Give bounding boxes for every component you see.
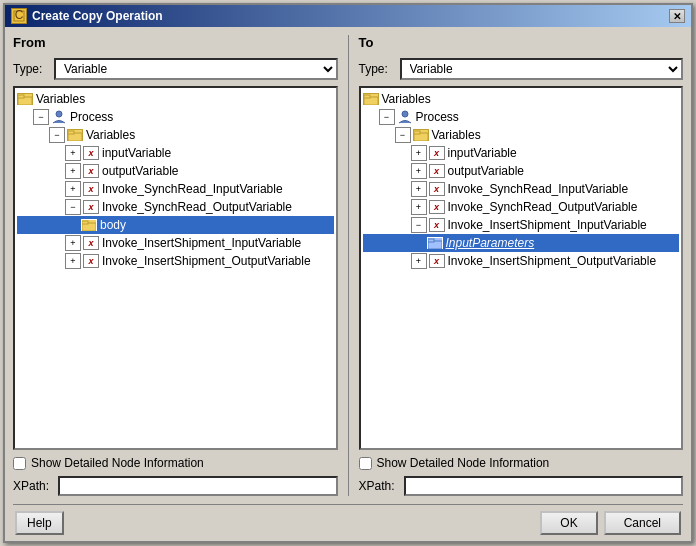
- expand-icon[interactable]: −: [49, 127, 65, 143]
- expand-icon[interactable]: −: [33, 109, 49, 125]
- from-xpath-input[interactable]: [58, 476, 338, 496]
- from-show-detailed-checkbox[interactable]: [13, 457, 26, 470]
- var-icon: x: [429, 254, 445, 268]
- dialog: C Create Copy Operation ✕ From Type: Var…: [3, 3, 693, 543]
- to-node-variables[interactable]: Variables: [363, 90, 680, 108]
- from-node-label: Process: [70, 110, 113, 124]
- folder-icon: [413, 129, 429, 141]
- from-node-variables2[interactable]: − Variables: [17, 126, 334, 144]
- to-show-detailed-checkbox[interactable]: [359, 457, 372, 470]
- to-node-process[interactable]: − Process: [363, 108, 680, 126]
- to-node-label: Invoke_SynchRead_InputVariable: [448, 182, 629, 196]
- expand-icon[interactable]: +: [65, 235, 81, 251]
- to-node-label: Invoke_InsertShipment_InputVariable: [448, 218, 647, 232]
- to-checkbox-row: Show Detailed Node Information: [359, 456, 684, 470]
- to-node-variables2[interactable]: − Variables: [363, 126, 680, 144]
- from-type-label: Type:: [13, 62, 48, 76]
- folder-icon: [17, 93, 33, 105]
- to-node-label: inputVariable: [448, 146, 517, 160]
- to-panel: To Type: Variable Variables: [359, 35, 684, 496]
- to-node-insert-out[interactable]: + x Invoke_InsertShipment_OutputVariable: [363, 252, 680, 270]
- expand-icon[interactable]: +: [411, 145, 427, 161]
- close-button[interactable]: ✕: [669, 9, 685, 23]
- dialog-footer: Help OK Cancel: [5, 505, 691, 541]
- to-node-label: Variables: [432, 128, 481, 142]
- expand-icon[interactable]: −: [395, 127, 411, 143]
- expand-icon[interactable]: +: [411, 181, 427, 197]
- to-node-inputvar[interactable]: + x inputVariable: [363, 144, 680, 162]
- ok-button[interactable]: OK: [540, 511, 597, 535]
- to-node-label: InputParameters: [446, 236, 535, 250]
- from-title: From: [13, 35, 338, 50]
- svg-rect-15: [428, 239, 434, 242]
- to-node-label: Invoke_InsertShipment_OutputVariable: [448, 254, 657, 268]
- from-node-variables[interactable]: Variables: [17, 90, 334, 108]
- folder-icon: [427, 237, 443, 249]
- from-node-label: Variables: [36, 92, 85, 106]
- folder-icon: [363, 93, 379, 105]
- expand-icon[interactable]: +: [411, 253, 427, 269]
- from-xpath-label: XPath:: [13, 479, 53, 493]
- from-tree[interactable]: Variables − Process −: [13, 86, 338, 450]
- to-xpath-row: XPath:: [359, 476, 684, 496]
- expand-icon[interactable]: +: [65, 145, 81, 161]
- svg-point-4: [56, 111, 62, 117]
- to-tree[interactable]: Variables − Process −: [359, 86, 684, 450]
- person-icon: [397, 110, 413, 124]
- from-node-synchread-out[interactable]: − x Invoke_SynchRead_OutputVariable: [17, 198, 334, 216]
- from-type-select-wrapper[interactable]: Variable: [54, 58, 338, 80]
- from-panel: From Type: Variable Variables: [13, 35, 338, 496]
- to-node-insert-in[interactable]: − x Invoke_InsertShipment_InputVariable: [363, 216, 680, 234]
- var-icon: x: [83, 182, 99, 196]
- expand-icon[interactable]: −: [379, 109, 395, 125]
- from-node-inputvar[interactable]: + x inputVariable: [17, 144, 334, 162]
- var-icon: x: [83, 146, 99, 160]
- from-node-process[interactable]: − Process: [17, 108, 334, 126]
- from-node-label: Variables: [86, 128, 135, 142]
- to-type-select-wrapper[interactable]: Variable: [400, 58, 684, 80]
- expand-icon[interactable]: +: [411, 163, 427, 179]
- expand-icon[interactable]: −: [65, 199, 81, 215]
- from-node-body[interactable]: body: [17, 216, 334, 234]
- svg-rect-3: [18, 95, 24, 98]
- from-xpath-row: XPath:: [13, 476, 338, 496]
- expand-icon[interactable]: +: [411, 199, 427, 215]
- cancel-button[interactable]: Cancel: [604, 511, 681, 535]
- to-node-synchread-out[interactable]: + x Invoke_SynchRead_OutputVariable: [363, 198, 680, 216]
- to-node-outputvar[interactable]: + x outputVariable: [363, 162, 680, 180]
- from-node-label: Invoke_InsertShipment_InputVariable: [102, 236, 301, 250]
- person-icon: [51, 110, 67, 124]
- to-node-inputparams[interactable]: InputParameters: [363, 234, 680, 252]
- to-type-row: Type: Variable: [359, 58, 684, 80]
- var-icon: x: [83, 236, 99, 250]
- to-show-detailed-label: Show Detailed Node Information: [377, 456, 550, 470]
- from-type-row: Type: Variable: [13, 58, 338, 80]
- to-type-select[interactable]: Variable: [400, 58, 684, 80]
- to-node-label: Process: [416, 110, 459, 124]
- svg-rect-10: [364, 95, 370, 98]
- to-node-synchread-in[interactable]: + x Invoke_SynchRead_InputVariable: [363, 180, 680, 198]
- from-node-insert-out[interactable]: + x Invoke_InsertShipment_OutputVariable: [17, 252, 334, 270]
- expand-icon[interactable]: +: [65, 163, 81, 179]
- expand-icon[interactable]: +: [65, 253, 81, 269]
- to-xpath-input[interactable]: [404, 476, 684, 496]
- folder-icon: [81, 219, 97, 231]
- help-button[interactable]: Help: [15, 511, 64, 535]
- folder-icon: [67, 129, 83, 141]
- from-node-label: Invoke_SynchRead_OutputVariable: [102, 200, 292, 214]
- from-node-outputvar[interactable]: + x outputVariable: [17, 162, 334, 180]
- to-title: To: [359, 35, 684, 50]
- from-node-insert-in[interactable]: + x Invoke_InsertShipment_InputVariable: [17, 234, 334, 252]
- expand-icon[interactable]: +: [65, 181, 81, 197]
- from-show-detailed-label: Show Detailed Node Information: [31, 456, 204, 470]
- svg-text:C: C: [15, 10, 24, 22]
- var-icon: x: [429, 182, 445, 196]
- from-node-label: Invoke_SynchRead_InputVariable: [102, 182, 283, 196]
- var-icon: x: [83, 254, 99, 268]
- from-node-label: inputVariable: [102, 146, 171, 160]
- expand-icon[interactable]: −: [411, 217, 427, 233]
- from-node-synchread-in[interactable]: + x Invoke_SynchRead_InputVariable: [17, 180, 334, 198]
- from-type-select[interactable]: Variable: [54, 58, 338, 80]
- svg-rect-8: [82, 221, 88, 224]
- to-type-label: Type:: [359, 62, 394, 76]
